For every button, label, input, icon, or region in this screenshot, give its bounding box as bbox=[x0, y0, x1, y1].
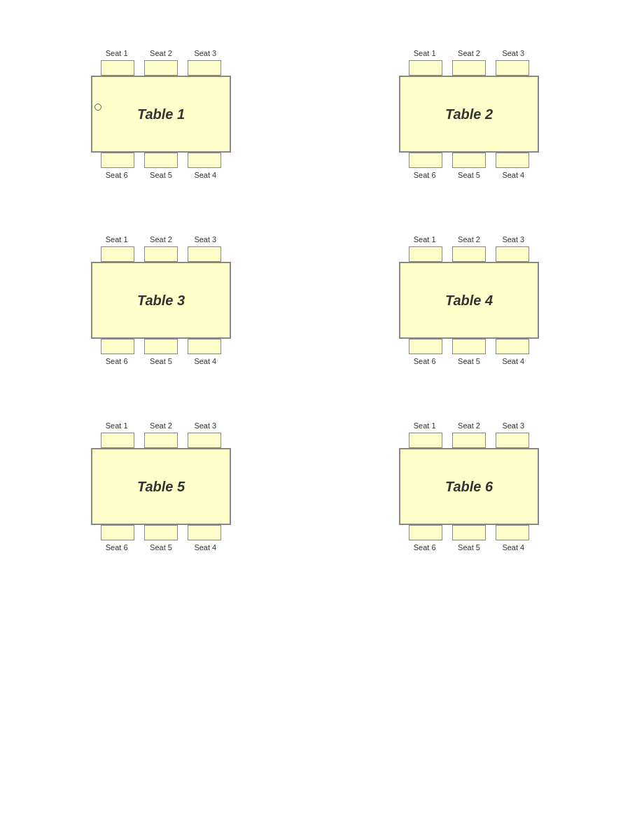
seat-label-bottom-5-1: Seat 6 bbox=[97, 543, 136, 552]
table-name-3: Table 3 bbox=[137, 293, 185, 309]
chair-bottom-1-2[interactable] bbox=[144, 153, 178, 168]
table-name-2: Table 2 bbox=[445, 106, 493, 122]
seat-label-top-2-3: Seat 3 bbox=[494, 49, 533, 57]
table-name-4: Table 4 bbox=[445, 293, 493, 309]
chair-top-1-3[interactable] bbox=[188, 60, 221, 76]
table-rect-5[interactable]: Table 5 bbox=[91, 448, 231, 525]
chair-top-6-1[interactable] bbox=[409, 433, 442, 448]
seat-label-top-6-1: Seat 1 bbox=[405, 421, 444, 430]
chair-bottom-5-1[interactable] bbox=[101, 525, 134, 540]
seat-label-top-6-2: Seat 2 bbox=[449, 421, 488, 430]
chairs-bottom-3 bbox=[97, 339, 226, 354]
seat-label-top-1-3: Seat 3 bbox=[186, 49, 225, 57]
chairs-bottom-4 bbox=[405, 339, 534, 354]
chairs-top-4 bbox=[405, 246, 534, 262]
seat-label-top-3-2: Seat 2 bbox=[141, 235, 180, 244]
page: Seat 1Seat 2Seat 3Table 1Seat 6Seat 5Sea… bbox=[0, 0, 630, 840]
tables-grid: Seat 1Seat 2Seat 3Table 1Seat 6Seat 5Sea… bbox=[28, 42, 602, 552]
chair-bottom-3-2[interactable] bbox=[144, 339, 178, 354]
chair-top-4-1[interactable] bbox=[409, 246, 442, 262]
seat-label-top-4-3: Seat 3 bbox=[494, 235, 533, 244]
seat-label-bottom-2-3: Seat 4 bbox=[494, 171, 533, 179]
chair-top-4-3[interactable] bbox=[496, 246, 529, 262]
table-rect-2[interactable]: Table 2 bbox=[399, 76, 539, 153]
seat-label-bottom-2-2: Seat 5 bbox=[449, 171, 488, 179]
seat-labels-bottom-1: Seat 6Seat 5Seat 4 bbox=[94, 171, 227, 179]
table-unit-1[interactable]: Seat 1Seat 2Seat 3Table 1Seat 6Seat 5Sea… bbox=[91, 49, 231, 179]
chair-top-1-1[interactable] bbox=[101, 60, 134, 76]
chair-bottom-6-1[interactable] bbox=[409, 525, 442, 540]
chair-bottom-3-1[interactable] bbox=[101, 339, 134, 354]
seat-labels-bottom-6: Seat 6Seat 5Seat 4 bbox=[402, 543, 536, 552]
chair-top-5-2[interactable] bbox=[144, 433, 178, 448]
table-rect-4[interactable]: Table 4 bbox=[399, 262, 539, 339]
seat-label-bottom-6-3: Seat 4 bbox=[494, 543, 533, 552]
seat-label-bottom-4-2: Seat 5 bbox=[449, 357, 488, 365]
chair-top-3-1[interactable] bbox=[101, 246, 134, 262]
chair-top-3-3[interactable] bbox=[188, 246, 221, 262]
seat-labels-bottom-4: Seat 6Seat 5Seat 4 bbox=[402, 357, 536, 365]
table-unit-3[interactable]: Seat 1Seat 2Seat 3Table 3Seat 6Seat 5Sea… bbox=[91, 235, 231, 365]
chair-top-6-3[interactable] bbox=[496, 433, 529, 448]
table-name-5: Table 5 bbox=[137, 479, 185, 495]
seat-labels-bottom-3: Seat 6Seat 5Seat 4 bbox=[94, 357, 227, 365]
seat-label-bottom-4-1: Seat 6 bbox=[405, 357, 444, 365]
seat-label-top-1-2: Seat 2 bbox=[141, 49, 180, 57]
table-unit-2[interactable]: Seat 1Seat 2Seat 3Table 2Seat 6Seat 5Sea… bbox=[399, 49, 539, 179]
seat-labels-top-4: Seat 1Seat 2Seat 3 bbox=[402, 235, 536, 244]
chair-top-5-3[interactable] bbox=[188, 433, 221, 448]
chair-top-2-1[interactable] bbox=[409, 60, 442, 76]
seat-labels-bottom-5: Seat 6Seat 5Seat 4 bbox=[94, 543, 227, 552]
chair-bottom-2-3[interactable] bbox=[496, 153, 529, 168]
chair-top-4-2[interactable] bbox=[452, 246, 486, 262]
chairs-top-1 bbox=[97, 60, 226, 76]
chair-bottom-2-1[interactable] bbox=[409, 153, 442, 168]
seat-label-bottom-2-1: Seat 6 bbox=[405, 171, 444, 179]
seat-label-bottom-5-3: Seat 4 bbox=[186, 543, 225, 552]
chair-top-5-1[interactable] bbox=[101, 433, 134, 448]
chair-bottom-4-3[interactable] bbox=[496, 339, 529, 354]
chair-top-6-2[interactable] bbox=[452, 433, 486, 448]
chairs-bottom-6 bbox=[405, 525, 534, 540]
seat-label-top-5-3: Seat 3 bbox=[186, 421, 225, 430]
chairs-bottom-2 bbox=[405, 153, 534, 168]
chair-top-3-2[interactable] bbox=[144, 246, 178, 262]
seat-labels-top-6: Seat 1Seat 2Seat 3 bbox=[402, 421, 536, 430]
seat-label-bottom-6-2: Seat 5 bbox=[449, 543, 488, 552]
seat-label-bottom-3-1: Seat 6 bbox=[97, 357, 136, 365]
chair-bottom-6-2[interactable] bbox=[452, 525, 486, 540]
table-rect-1[interactable]: Table 1 bbox=[91, 76, 231, 153]
seat-labels-top-1: Seat 1Seat 2Seat 3 bbox=[94, 49, 227, 57]
chair-bottom-4-2[interactable] bbox=[452, 339, 486, 354]
chair-bottom-6-3[interactable] bbox=[496, 525, 529, 540]
chair-top-2-3[interactable] bbox=[496, 60, 529, 76]
seat-label-bottom-4-3: Seat 4 bbox=[494, 357, 533, 365]
seat-label-top-2-1: Seat 1 bbox=[405, 49, 444, 57]
chairs-bottom-5 bbox=[97, 525, 226, 540]
table-unit-6[interactable]: Seat 1Seat 2Seat 3Table 6Seat 6Seat 5Sea… bbox=[399, 421, 539, 552]
chair-bottom-5-3[interactable] bbox=[188, 525, 221, 540]
table-rect-3[interactable]: Table 3 bbox=[91, 262, 231, 339]
seat-label-bottom-3-2: Seat 5 bbox=[141, 357, 180, 365]
chair-top-2-2[interactable] bbox=[452, 60, 486, 76]
table-unit-5[interactable]: Seat 1Seat 2Seat 3Table 5Seat 6Seat 5Sea… bbox=[91, 421, 231, 552]
table-unit-4[interactable]: Seat 1Seat 2Seat 3Table 4Seat 6Seat 5Sea… bbox=[399, 235, 539, 365]
chair-top-1-2[interactable] bbox=[144, 60, 178, 76]
seat-label-top-1-1: Seat 1 bbox=[97, 49, 136, 57]
seat-label-bottom-3-3: Seat 4 bbox=[186, 357, 225, 365]
chair-bottom-1-1[interactable] bbox=[101, 153, 134, 168]
seat-labels-top-5: Seat 1Seat 2Seat 3 bbox=[94, 421, 227, 430]
chair-bottom-5-2[interactable] bbox=[144, 525, 178, 540]
seat-label-bottom-6-1: Seat 6 bbox=[405, 543, 444, 552]
seat-label-top-4-2: Seat 2 bbox=[449, 235, 488, 244]
table-rect-6[interactable]: Table 6 bbox=[399, 448, 539, 525]
seat-label-top-3-1: Seat 1 bbox=[97, 235, 136, 244]
chair-bottom-3-3[interactable] bbox=[188, 339, 221, 354]
chair-bottom-4-1[interactable] bbox=[409, 339, 442, 354]
chair-bottom-1-3[interactable] bbox=[188, 153, 221, 168]
chair-bottom-2-2[interactable] bbox=[452, 153, 486, 168]
seat-label-bottom-1-2: Seat 5 bbox=[141, 171, 180, 179]
seat-label-bottom-1-3: Seat 4 bbox=[186, 171, 225, 179]
table-name-1: Table 1 bbox=[137, 106, 185, 122]
seat-labels-top-2: Seat 1Seat 2Seat 3 bbox=[402, 49, 536, 57]
